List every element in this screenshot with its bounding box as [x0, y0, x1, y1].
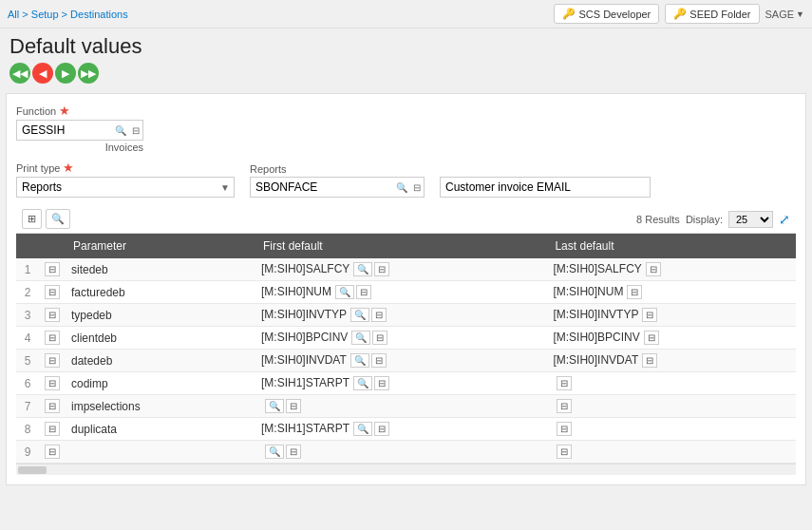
- nav-prev-button[interactable]: ◀: [32, 63, 53, 84]
- first-default-search-button[interactable]: 🔍: [350, 353, 369, 368]
- reports-input[interactable]: [251, 178, 393, 197]
- scs-developer-button[interactable]: 🔑 SCS Developer: [554, 4, 659, 24]
- first-default-detail-button[interactable]: ⊟: [374, 422, 389, 436]
- reports-detail-button[interactable]: ⊟: [410, 180, 424, 195]
- function-group: Function ★ 🔍 ⊟ Invoices: [16, 104, 143, 153]
- first-default-search-button[interactable]: 🔍: [335, 285, 354, 299]
- scs-developer-label: SCS Developer: [578, 9, 651, 20]
- folder-icon: 🔑: [673, 8, 687, 20]
- row-icon-button[interactable]: ⊟: [45, 353, 60, 368]
- table-row: 8⊟duplicata[M:SIH1]STARPT🔍⊟⊟: [16, 418, 796, 441]
- reports-input-wrap: 🔍 ⊟: [250, 177, 425, 198]
- row-icon-button[interactable]: ⊟: [45, 331, 60, 345]
- print-type-required: ★: [63, 161, 74, 175]
- last-default-detail-button[interactable]: ⊟: [646, 262, 661, 276]
- first-default-search-button[interactable]: 🔍: [353, 422, 372, 436]
- row-first-default: [M:SIH0]SALFCY🔍⊟: [255, 258, 547, 281]
- form-row-printtype: Print type ★ Reports Labels Objects ▼ Re…: [16, 161, 796, 198]
- customer-input[interactable]: [441, 178, 650, 197]
- first-default-detail-button[interactable]: ⊟: [374, 262, 389, 276]
- col-first-default: First default: [255, 234, 547, 258]
- last-default-actions: ⊟: [557, 445, 572, 459]
- first-default-detail-button[interactable]: ⊟: [371, 308, 387, 322]
- top-bar: All > Setup > Destinations 🔑 SCS Develop…: [0, 0, 812, 28]
- last-default-actions: ⊟: [557, 376, 572, 390]
- row-first-default: [M:SIH0]INVDAT🔍⊟: [255, 350, 547, 372]
- last-default-actions: ⊟: [646, 262, 661, 276]
- row-number: 6: [16, 372, 39, 395]
- last-default-actions: ⊟: [644, 331, 659, 345]
- row-icon-cell: ⊟: [39, 304, 66, 327]
- last-default-detail-button[interactable]: ⊟: [557, 422, 572, 436]
- last-default-detail-button[interactable]: ⊟: [644, 331, 659, 345]
- function-input[interactable]: [17, 121, 112, 140]
- first-default-detail-button[interactable]: ⊟: [372, 331, 387, 345]
- last-default-detail-button[interactable]: ⊟: [557, 399, 572, 413]
- customer-group: [440, 163, 651, 198]
- nav-next-button[interactable]: ▶: [55, 63, 76, 84]
- table-row: 4⊟clientdeb[M:SIH0]BPCINV🔍⊟[M:SIH0]BPCIN…: [16, 327, 796, 350]
- last-default-detail-button[interactable]: ⊟: [627, 285, 642, 299]
- row-parameter: clientdeb: [66, 327, 255, 350]
- row-parameter: [66, 441, 255, 464]
- horizontal-scrollbar[interactable]: [16, 464, 796, 475]
- function-detail-button[interactable]: ⊟: [129, 123, 142, 138]
- first-default-actions: 🔍⊟: [353, 422, 389, 436]
- row-icon-button[interactable]: ⊟: [45, 399, 60, 413]
- first-default-detail-button[interactable]: ⊟: [286, 445, 301, 459]
- display-select[interactable]: 25 50 100: [728, 211, 773, 228]
- row-icon-button[interactable]: ⊟: [45, 285, 60, 299]
- first-default-search-button[interactable]: 🔍: [353, 262, 372, 276]
- col-parameter: Parameter: [66, 234, 255, 258]
- nav-first-button[interactable]: ◀◀: [9, 63, 30, 84]
- row-parameter: codimp: [66, 372, 255, 395]
- last-default-actions: ⊟: [642, 308, 657, 322]
- breadcrumb-all[interactable]: All: [8, 9, 19, 20]
- row-icon-button[interactable]: ⊟: [45, 422, 60, 436]
- user-dropdown-arrow: ▼: [796, 9, 804, 19]
- first-default-search-button[interactable]: 🔍: [353, 376, 372, 390]
- top-actions: 🔑 SCS Developer 🔑 SEED Folder SAGE ▼: [554, 4, 804, 24]
- display-label: Display:: [686, 214, 723, 225]
- last-default-detail-button[interactable]: ⊟: [642, 308, 657, 322]
- col-num: [16, 234, 39, 258]
- print-type-select[interactable]: Reports Labels Objects: [17, 178, 217, 197]
- function-required: ★: [59, 104, 70, 118]
- first-default-detail-button[interactable]: ⊟: [374, 376, 389, 390]
- row-first-default: [M:SIH0]BPCINV🔍⊟: [255, 327, 547, 350]
- first-default-detail-button[interactable]: ⊟: [286, 399, 301, 413]
- function-input-actions: 🔍 ⊟: [112, 123, 142, 138]
- last-default-detail-button[interactable]: ⊟: [557, 376, 572, 390]
- first-default-search-button[interactable]: 🔍: [265, 399, 284, 413]
- row-icon-button[interactable]: ⊟: [45, 308, 60, 322]
- row-parameter: duplicata: [66, 418, 255, 441]
- row-icon-button[interactable]: ⊟: [45, 445, 60, 459]
- row-icon-button[interactable]: ⊟: [45, 262, 60, 276]
- row-last-default: ⊟: [547, 372, 796, 395]
- key-icon: 🔑: [562, 8, 576, 20]
- first-default-search-button[interactable]: 🔍: [351, 331, 370, 345]
- first-default-detail-button[interactable]: ⊟: [371, 353, 387, 368]
- seed-folder-button[interactable]: 🔑 SEED Folder: [665, 4, 759, 24]
- breadcrumb-sep2: >: [62, 9, 67, 20]
- toolbar-right: 8 Results Display: 25 50 100 ⤢: [636, 211, 790, 228]
- table-row: 3⊟typedeb[M:SIH0]INVTYP🔍⊟[M:SIH0]INVTYP⊟: [16, 304, 796, 327]
- function-search-button[interactable]: 🔍: [112, 123, 129, 138]
- toolbar-grid-button[interactable]: ⊞: [22, 209, 42, 229]
- reports-search-button[interactable]: 🔍: [393, 180, 410, 195]
- user-menu[interactable]: SAGE ▼: [765, 4, 805, 24]
- expand-button[interactable]: ⤢: [779, 212, 790, 227]
- first-default-search-button[interactable]: 🔍: [350, 308, 369, 322]
- nav-last-button[interactable]: ▶▶: [78, 63, 99, 84]
- last-default-detail-button[interactable]: ⊟: [557, 445, 572, 459]
- breadcrumb-setup[interactable]: Setup: [31, 9, 59, 20]
- reports-group: Reports 🔍 ⊟: [250, 163, 425, 198]
- scroll-thumb[interactable]: [18, 466, 47, 474]
- row-number: 9: [16, 441, 39, 464]
- row-parameter: typedeb: [66, 304, 255, 327]
- first-default-detail-button[interactable]: ⊟: [356, 285, 371, 299]
- toolbar-search-button[interactable]: 🔍: [46, 209, 70, 229]
- row-icon-button[interactable]: ⊟: [45, 376, 60, 390]
- last-default-detail-button[interactable]: ⊟: [642, 353, 657, 368]
- first-default-search-button[interactable]: 🔍: [265, 445, 284, 459]
